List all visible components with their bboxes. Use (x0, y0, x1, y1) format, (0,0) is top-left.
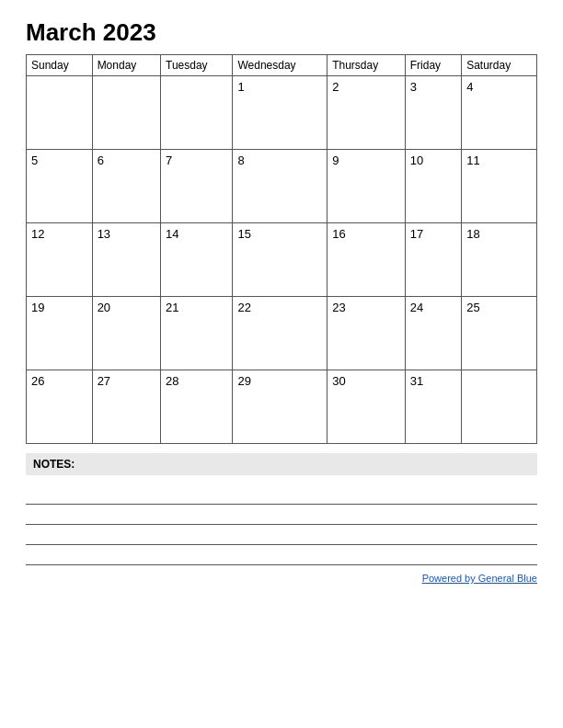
day-number: 16 (332, 227, 345, 241)
calendar-cell: 6 (92, 150, 160, 223)
header-cell-tuesday: Tuesday (161, 55, 233, 76)
day-number: 8 (237, 154, 244, 167)
calendar-cell: 26 (27, 370, 93, 444)
day-number: 1 (237, 80, 244, 94)
day-number: 22 (237, 301, 250, 314)
calendar-cell: 15 (233, 223, 327, 297)
calendar-cell (161, 76, 233, 150)
week-row: 567891011 (27, 150, 537, 223)
calendar-cell: 14 (161, 223, 233, 297)
day-number: 15 (237, 227, 250, 241)
week-row: 262728293031 (27, 370, 537, 444)
calendar-cell: 12 (27, 223, 93, 297)
notes-label: NOTES: (26, 453, 537, 475)
day-number: 13 (98, 227, 110, 241)
calendar-cell: 21 (161, 297, 233, 370)
calendar-cell: 8 (233, 150, 327, 223)
notes-line (26, 484, 537, 505)
notes-line (26, 545, 537, 565)
day-number: 27 (98, 374, 110, 388)
calendar-cell: 13 (92, 223, 160, 297)
header-cell-thursday: Thursday (327, 55, 406, 76)
calendar-cell: 19 (27, 297, 93, 370)
calendar-cell: 1 (233, 76, 327, 150)
calendar-cell (462, 370, 537, 444)
calendar-cell: 2 (327, 76, 406, 150)
calendar-cell: 30 (327, 370, 406, 444)
calendar-table: SundayMondayTuesdayWednesdayThursdayFrid… (26, 54, 537, 444)
day-number: 5 (31, 154, 38, 167)
calendar-cell: 9 (327, 150, 406, 223)
calendar-cell: 20 (92, 297, 160, 370)
calendar-cell: 29 (233, 370, 327, 444)
week-row: 12131415161718 (27, 223, 537, 297)
calendar-cell: 18 (462, 223, 537, 297)
header-cell-wednesday: Wednesday (233, 55, 327, 76)
calendar-cell: 7 (161, 150, 233, 223)
notes-lines (26, 484, 537, 565)
header-cell-friday: Friday (405, 55, 461, 76)
powered-by-link[interactable]: Powered by General Blue (422, 573, 537, 584)
day-number: 28 (166, 374, 178, 388)
day-number: 29 (237, 374, 250, 388)
day-number: 11 (466, 154, 479, 167)
calendar-cell: 16 (327, 223, 406, 297)
header-cell-monday: Monday (92, 55, 160, 76)
header-cell-sunday: Sunday (27, 55, 93, 76)
calendar-cell: 25 (462, 297, 537, 370)
calendar-cell: 28 (161, 370, 233, 444)
calendar-cell: 27 (92, 370, 160, 444)
week-row: 19202122232425 (27, 297, 537, 370)
calendar-cell: 3 (405, 76, 461, 150)
header-cell-saturday: Saturday (462, 55, 537, 76)
calendar-cell: 11 (462, 150, 537, 223)
day-number: 23 (332, 301, 345, 314)
calendar-cell: 24 (405, 297, 461, 370)
day-number: 30 (332, 374, 345, 388)
day-number: 3 (410, 80, 417, 94)
day-number: 19 (31, 301, 44, 314)
day-number: 2 (332, 80, 339, 94)
day-number: 6 (98, 154, 104, 167)
calendar-cell: 17 (405, 223, 461, 297)
day-number: 20 (98, 301, 110, 314)
day-number: 17 (410, 227, 423, 241)
day-number: 21 (166, 301, 178, 314)
powered-by: Powered by General Blue (26, 573, 537, 584)
day-number: 14 (166, 227, 178, 241)
calendar-cell: 10 (405, 150, 461, 223)
notes-section: NOTES: (26, 453, 537, 565)
day-number: 12 (31, 227, 44, 241)
day-number: 25 (466, 301, 479, 314)
calendar-cell (27, 76, 93, 150)
day-number: 31 (410, 374, 423, 388)
day-number: 9 (332, 154, 339, 167)
day-number: 26 (31, 374, 44, 388)
day-number: 7 (166, 154, 172, 167)
notes-line (26, 525, 537, 545)
day-number: 24 (410, 301, 423, 314)
day-number: 4 (466, 80, 473, 94)
day-number: 18 (466, 227, 479, 241)
day-number: 10 (410, 154, 423, 167)
calendar-cell: 5 (27, 150, 93, 223)
week-row: 1234 (27, 76, 537, 150)
calendar-cell: 31 (405, 370, 461, 444)
calendar-cell: 4 (462, 76, 537, 150)
notes-line (26, 505, 537, 525)
calendar-cell (92, 76, 160, 150)
calendar-cell: 23 (327, 297, 406, 370)
calendar-cell: 22 (233, 297, 327, 370)
page-title: March 2023 (26, 18, 537, 47)
